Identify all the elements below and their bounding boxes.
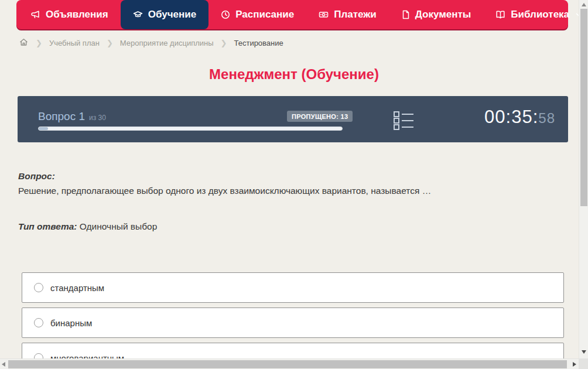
- scroll-up-arrow-icon[interactable]: [582, 3, 586, 6]
- answer-type-value-text: Одиночный выбор: [80, 221, 158, 231]
- document-icon: [401, 10, 410, 19]
- timer-seconds: 58: [538, 110, 555, 127]
- home-icon[interactable]: [19, 37, 29, 49]
- option-label: стандартным: [50, 283, 104, 293]
- radio-button-icon[interactable]: [34, 318, 43, 327]
- question-text: Решение, предполагающее выбор одного из …: [18, 186, 545, 196]
- breadcrumb-discipline-event[interactable]: Мероприятие дисциплины: [120, 39, 214, 47]
- nav-item-label: Библиотека: [511, 9, 569, 20]
- megaphone-icon: [31, 10, 40, 19]
- timer-minutes: 00:35:: [484, 107, 538, 128]
- nav-item-documents[interactable]: Документы: [389, 0, 484, 29]
- breadcrumb-testing: Тестирование: [234, 39, 283, 47]
- nav-item-library[interactable]: Библиотека: [483, 0, 588, 29]
- skipped-badge: ПРОПУЩЕНО: 13: [287, 111, 353, 122]
- breadcrumb-curriculum[interactable]: Учебный план: [49, 39, 100, 47]
- clock-icon: [221, 10, 230, 19]
- breadcrumb: ❯ Учебный план ❯ Мероприятие дисциплины …: [19, 36, 283, 49]
- answer-type-label: Тип ответа:: [18, 221, 77, 231]
- nav-item-payments[interactable]: Платежи: [306, 0, 389, 29]
- banknote-icon: [319, 10, 329, 19]
- question-list-icon[interactable]: [394, 111, 415, 133]
- option-label: бинарным: [50, 318, 92, 328]
- breadcrumb-separator-icon: ❯: [221, 39, 227, 47]
- horizontal-scrollbar-thumb[interactable]: [8, 360, 567, 368]
- question-total: из 30: [89, 114, 106, 122]
- nav-item-label: Документы: [415, 9, 471, 20]
- breadcrumb-separator-icon: ❯: [36, 39, 42, 47]
- nav-item-label: Расписание: [235, 9, 294, 20]
- scroll-right-arrow-icon[interactable]: [573, 362, 576, 367]
- question-header-card: Вопрос 1 из 30 ПРОПУЩЕНО: 13 00:35: 58: [18, 96, 568, 142]
- question-progress-fill: [39, 127, 48, 130]
- answer-option-binary[interactable]: бинарным: [22, 308, 564, 338]
- scroll-left-arrow-icon[interactable]: [2, 362, 5, 367]
- vertical-scrollbar[interactable]: [579, 0, 588, 369]
- nav-item-schedule[interactable]: Расписание: [208, 0, 306, 29]
- nav-item-label: Платежи: [334, 9, 377, 20]
- nav-item-training[interactable]: Обучение: [121, 0, 208, 29]
- timer: 00:35: 58: [484, 107, 555, 128]
- scroll-down-arrow-icon[interactable]: [582, 350, 586, 354]
- breadcrumb-separator-icon: ❯: [107, 39, 113, 47]
- nav-item-label: Объявления: [46, 9, 108, 20]
- nav-item-announcements[interactable]: Объявления: [19, 0, 121, 29]
- graduation-cap-icon: [133, 10, 143, 19]
- book-icon: [495, 10, 505, 19]
- question-number: Вопрос 1: [38, 110, 85, 123]
- question-section-label: Вопрос:: [18, 171, 55, 182]
- answer-type: Тип ответа: Одиночный выбор: [18, 221, 157, 232]
- main-navbar: Объявления Обучение Расписание Платежи Д…: [16, 0, 568, 29]
- radio-button-icon[interactable]: [34, 283, 43, 292]
- scrollbar-corner: [579, 358, 588, 369]
- question-progress-bar: [38, 127, 343, 131]
- answer-option-standard[interactable]: стандартным: [22, 272, 564, 303]
- horizontal-scrollbar[interactable]: [0, 358, 579, 369]
- page-title: Менеджмент (Обучение): [0, 66, 588, 83]
- vertical-scrollbar-thumb[interactable]: [580, 9, 587, 206]
- nav-item-label: Обучение: [148, 9, 196, 20]
